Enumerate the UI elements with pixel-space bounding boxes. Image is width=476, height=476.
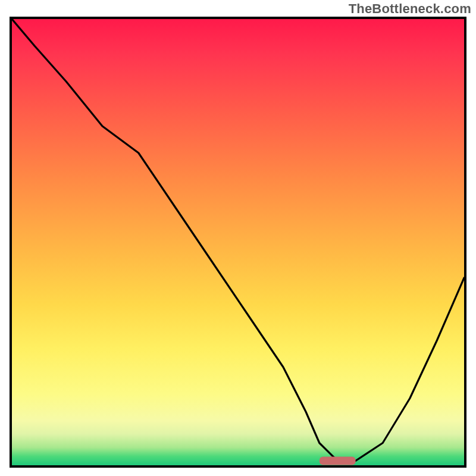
chart-overlay-svg <box>12 19 464 465</box>
chart-container: TheBottleneck.com <box>0 0 476 476</box>
plot-area <box>12 19 464 465</box>
bottleneck-curve-line <box>12 19 464 461</box>
optimal-range-marker <box>320 457 356 465</box>
watermark-text: TheBottleneck.com <box>349 1 471 17</box>
plot-frame <box>10 17 466 468</box>
